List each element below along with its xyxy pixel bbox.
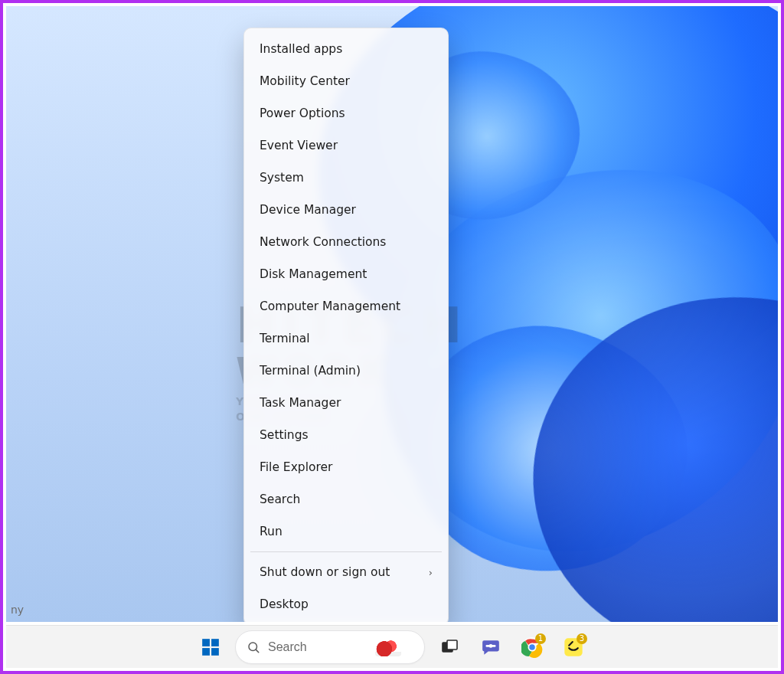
windows-logo-icon bbox=[201, 637, 220, 657]
taskbar: 1 3 bbox=[6, 625, 778, 668]
menu-item-disk-management[interactable]: Disk Management bbox=[249, 258, 443, 290]
menu-item-label: Task Manager bbox=[260, 396, 341, 410]
menu-item-computer-management[interactable]: Computer Management bbox=[249, 290, 443, 322]
search-icon bbox=[247, 640, 260, 654]
menu-item-run[interactable]: Run bbox=[249, 515, 443, 548]
menu-item-mobility-center[interactable]: Mobility Center bbox=[249, 65, 443, 97]
notification-badge: 1 bbox=[535, 633, 546, 644]
svg-rect-2 bbox=[202, 648, 210, 656]
menu-item-label: Device Manager bbox=[260, 203, 356, 217]
menu-item-shut-down-or-sign-out[interactable]: Shut down or sign out› bbox=[249, 556, 443, 588]
chevron-right-icon: › bbox=[429, 567, 433, 578]
menu-item-label: System bbox=[260, 171, 304, 185]
svg-line-5 bbox=[256, 649, 258, 652]
taskbar-search[interactable] bbox=[235, 630, 425, 664]
start-button[interactable] bbox=[194, 630, 227, 664]
menu-item-desktop[interactable]: Desktop bbox=[249, 588, 443, 620]
menu-item-label: File Explorer bbox=[260, 460, 332, 474]
menu-item-label: Mobility Center bbox=[260, 74, 350, 88]
svg-rect-3 bbox=[211, 648, 219, 656]
taskbar-app-button[interactable]: 3 bbox=[557, 630, 590, 664]
menu-item-terminal-admin[interactable]: Terminal (Admin) bbox=[249, 355, 443, 387]
menu-item-device-manager[interactable]: Device Manager bbox=[249, 194, 443, 226]
search-highlight-icon bbox=[375, 638, 401, 656]
menu-item-label: Terminal bbox=[260, 332, 310, 345]
winx-context-menu: Installed appsMobility CenterPower Optio… bbox=[243, 28, 449, 622]
svg-rect-7 bbox=[447, 640, 457, 649]
menu-item-label: Run bbox=[260, 525, 283, 538]
menu-item-system[interactable]: System bbox=[249, 162, 443, 194]
svg-rect-0 bbox=[202, 639, 210, 646]
taskbar-task-view-button[interactable] bbox=[433, 630, 466, 664]
menu-item-label: Power Options bbox=[260, 106, 345, 120]
menu-item-label: Disk Management bbox=[260, 267, 367, 281]
corner-label: ny bbox=[9, 604, 24, 616]
svg-rect-9 bbox=[486, 645, 496, 647]
menu-item-event-viewer[interactable]: Event Viewer bbox=[249, 129, 443, 162]
svg-rect-1 bbox=[211, 639, 219, 646]
search-input[interactable] bbox=[268, 640, 368, 654]
menu-item-label: Shut down or sign out bbox=[260, 565, 390, 579]
menu-item-label: Event Viewer bbox=[260, 139, 338, 152]
menu-item-file-explorer[interactable]: File Explorer bbox=[249, 451, 443, 483]
taskbar-center: 1 3 bbox=[194, 630, 590, 664]
taskbar-chrome-button[interactable]: 1 bbox=[515, 630, 549, 664]
menu-separator bbox=[250, 551, 442, 552]
menu-item-label: Network Connections bbox=[260, 235, 386, 249]
menu-item-power-options[interactable]: Power Options bbox=[249, 97, 443, 129]
menu-item-task-manager[interactable]: Task Manager bbox=[249, 387, 443, 419]
taskbar-chat-button[interactable] bbox=[474, 630, 508, 664]
menu-item-label: Search bbox=[260, 492, 300, 506]
task-view-icon bbox=[440, 638, 459, 656]
menu-item-label: Terminal (Admin) bbox=[260, 364, 361, 378]
menu-item-installed-apps[interactable]: Installed apps bbox=[249, 33, 443, 65]
desktop-wallpaper[interactable]: HITECH WORK YOUR VISION OUR FUTURE Insta… bbox=[6, 6, 778, 622]
menu-item-label: Computer Management bbox=[260, 299, 400, 313]
menu-item-label: Desktop bbox=[260, 597, 309, 611]
menu-item-settings[interactable]: Settings bbox=[249, 419, 443, 451]
menu-item-label: Installed apps bbox=[260, 42, 342, 56]
chat-icon bbox=[481, 637, 501, 657]
menu-item-network-connections[interactable]: Network Connections bbox=[249, 226, 443, 258]
notification-badge: 3 bbox=[577, 633, 587, 644]
menu-item-terminal[interactable]: Terminal bbox=[249, 322, 443, 355]
menu-item-search[interactable]: Search bbox=[249, 483, 443, 515]
menu-item-label: Settings bbox=[260, 428, 309, 442]
